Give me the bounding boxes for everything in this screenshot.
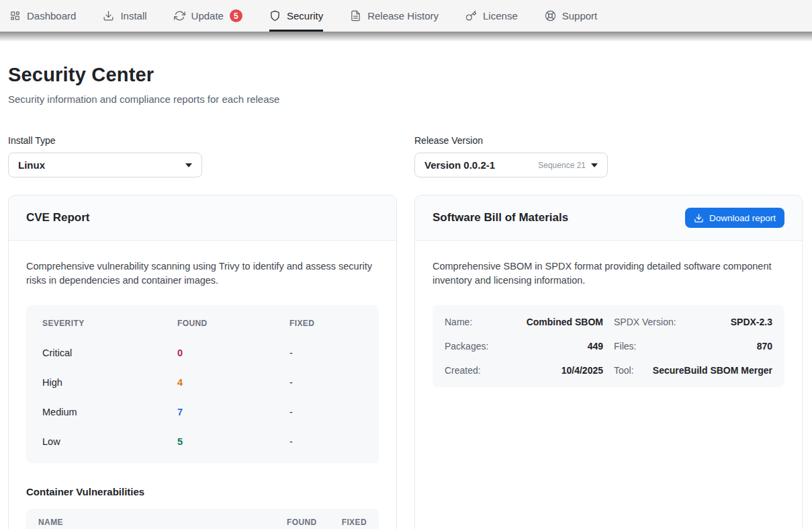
top-navbar: Dashboard Install Update 5 Security Rele… <box>0 0 812 32</box>
sbom-card-header: Software Bill of Materials Download repo… <box>415 196 802 241</box>
table-row: Packages: 449 Files: 870 <box>445 334 772 358</box>
nav-label: Update <box>191 10 224 22</box>
page-title: Security Center <box>8 64 803 86</box>
table-row-critical: Critical 0 - <box>26 338 379 368</box>
nav-label: Dashboard <box>27 10 76 22</box>
sbom-info-table: Name: Combined SBOM SPDX Version: SPDX-2… <box>433 305 784 387</box>
severity-table-header: SEVERITY FOUND FIXED <box>26 309 379 338</box>
refresh-icon <box>174 10 185 22</box>
nav-label: Release History <box>367 10 439 22</box>
sbom-field-value: 449 <box>588 341 603 352</box>
sbom-field-label: Created: <box>445 365 481 376</box>
chevron-down-icon <box>591 163 598 167</box>
sbom-card-title: Software Bill of Materials <box>433 211 568 225</box>
sbom-field-label: Tool: <box>614 365 634 376</box>
fixed-count: - <box>289 407 379 417</box>
download-icon <box>694 213 704 223</box>
col-found: FOUND <box>287 518 317 527</box>
severity-label: Critical <box>42 348 177 358</box>
cve-report-card: CVE Report Comprehensive vulnerability s… <box>8 195 397 529</box>
nav-item-release-history[interactable]: Release History <box>350 0 439 32</box>
sbom-field-label: SPDX Version: <box>614 317 676 327</box>
nav-label: Install <box>120 10 146 22</box>
nav-item-license[interactable]: License <box>465 0 518 32</box>
found-count: 7 <box>177 407 289 417</box>
nav-item-dashboard[interactable]: Dashboard <box>9 0 76 32</box>
sbom-field-label: Name: <box>445 317 472 327</box>
release-version-value: Version 0.0.2-1 <box>424 159 495 171</box>
release-version-select[interactable]: Version 0.0.2-1 Sequence 21 <box>414 153 608 177</box>
download-report-button[interactable]: Download report <box>685 208 784 228</box>
sbom-card: Software Bill of Materials Download repo… <box>414 195 803 529</box>
document-icon <box>350 10 361 22</box>
release-version-label: Release Version <box>414 135 803 146</box>
dashboard-grid-icon <box>9 10 21 22</box>
col-severity: SEVERITY <box>42 319 177 328</box>
table-row-high: High 4 - <box>26 368 379 397</box>
col-found: FOUND <box>177 319 289 328</box>
sbom-field-value: SPDX-2.3 <box>731 317 772 327</box>
nav-item-support[interactable]: Support <box>545 0 598 32</box>
container-vulns-title: Container Vulnerabilities <box>26 486 379 497</box>
install-download-icon <box>103 10 114 22</box>
fixed-count: - <box>289 436 379 447</box>
nav-label: Security <box>287 10 323 22</box>
release-sequence-text: Sequence 21 <box>538 161 586 170</box>
update-count-badge: 5 <box>230 9 242 22</box>
chevron-down-icon <box>185 163 192 167</box>
nav-item-install[interactable]: Install <box>103 0 146 32</box>
page-subtitle: Security information and compliance repo… <box>8 93 803 105</box>
severity-label: High <box>42 377 177 388</box>
cve-card-header: CVE Report <box>9 196 396 241</box>
container-vulns-table-header: NAME FOUND FIXED <box>26 509 379 529</box>
col-fixed: FIXED <box>289 319 379 328</box>
sbom-field-value: 870 <box>757 341 772 352</box>
sbom-field-value: Combined SBOM <box>527 317 603 327</box>
found-count: 4 <box>177 377 289 388</box>
severity-label: Medium <box>42 407 177 417</box>
col-name: NAME <box>38 518 287 527</box>
nav-shadow-divider <box>0 32 812 42</box>
release-version-filter: Release Version Version 0.0.2-1 Sequence… <box>414 135 803 177</box>
table-row: Created: 10/4/2025 Tool: SecureBuild SBO… <box>445 358 772 382</box>
life-buoy-icon <box>545 10 556 22</box>
sbom-description: Comprehensive SBOM in SPDX format provid… <box>433 259 784 288</box>
install-type-filter: Install Type Linux <box>8 135 397 177</box>
nav-item-update[interactable]: Update 5 <box>174 0 242 32</box>
sbom-field-label: Packages: <box>445 341 488 352</box>
nav-item-security[interactable]: Security <box>269 0 323 32</box>
cve-description: Comprehensive vulnerability scanning usi… <box>26 259 379 288</box>
severity-label: Low <box>42 436 177 447</box>
found-count: 5 <box>177 436 289 447</box>
found-count: 0 <box>177 348 289 358</box>
install-type-label: Install Type <box>8 135 397 146</box>
shield-icon <box>269 10 281 22</box>
install-type-select[interactable]: Linux <box>8 153 202 177</box>
sbom-field-value: SecureBuild SBOM Merger <box>653 365 772 376</box>
cve-card-title: CVE Report <box>26 211 89 225</box>
sbom-field-value: 10/4/2025 <box>561 365 603 376</box>
nav-label: Support <box>562 10 598 22</box>
fixed-count: - <box>289 377 379 388</box>
severity-table: SEVERITY FOUND FIXED Critical 0 - High 4… <box>26 305 379 463</box>
install-type-value: Linux <box>18 159 45 171</box>
sbom-field-label: Files: <box>614 341 636 352</box>
nav-label: License <box>483 10 518 22</box>
fixed-count: - <box>289 348 379 358</box>
col-fixed: FIXED <box>342 518 367 527</box>
table-row: Name: Combined SBOM SPDX Version: SPDX-2… <box>445 310 772 334</box>
download-report-label: Download report <box>709 213 776 223</box>
table-row-medium: Medium 7 - <box>26 397 379 427</box>
table-row-low: Low 5 - <box>26 427 379 456</box>
key-icon <box>465 10 477 22</box>
